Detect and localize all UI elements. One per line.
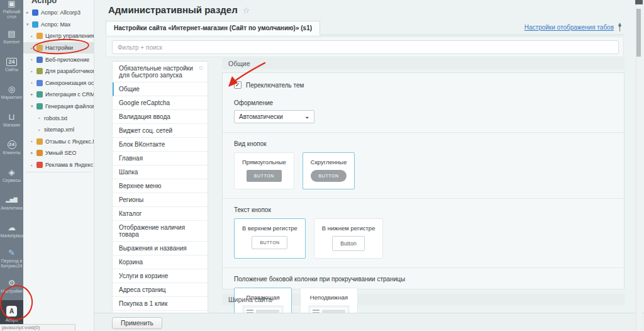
expand-icon[interactable]: ▸ [31,92,36,97]
tab-site-settings[interactable]: Настройки сайта «Интернет-магазин (Сайт … [106,21,320,35]
expand-icon[interactable]: ▸ [26,10,32,15]
expand-icon[interactable]: ▸ [31,150,36,155]
settings-menu: Обязательные настройки для быстрого запу… [112,61,208,325]
app-sidebar: ▣ Рабочий стол ▤ Контент 24 Сайты ◎ Марк… [0,0,23,331]
sidebar-item-shop[interactable]: ⊔ Магазин [0,106,23,134]
option-card-rounded[interactable]: Скругленные BUTTON [303,152,355,189]
tree-item-web-app[interactable]: ▪ Веб-приложение [23,53,94,65]
menu-item-cart[interactable]: Корзина [113,255,208,269]
sidebar-item-analytics[interactable]: ▂▅▇ Аналитика [0,189,23,217]
menu-item-label: Услуги в корзине [119,272,168,279]
sidebar-item-label: Рабочий стол [1,9,23,20]
menu-item-label: Регионы [119,196,143,203]
tree-item-robots-txt[interactable]: ▪ robots.txt [23,112,94,124]
sidebar-item-marketing[interactable]: ◎ Маркетинг [0,79,23,106]
option-card-uppercase[interactable]: В верхнем регистре BUTTON [234,218,306,259]
tree-item-allcorp3[interactable]: ▸ Аспро: Allcorp3 [23,7,94,19]
tree-item-label: Для разработчиков [45,68,94,74]
design-label: Оформление [234,99,613,106]
chevron-down-icon: ⌄ [304,111,309,123]
menu-item-vk-block[interactable]: Блок ВКонтакте [113,138,208,152]
option-label: Неподвижная [308,294,350,301]
sidebar-item-content[interactable]: ▤ Контент [0,23,23,51]
tree-divider [26,172,91,172]
menu-item-regions[interactable]: Регионы [113,193,208,207]
button-preview-uppercase: BUTTON [252,236,287,249]
menu-item-home[interactable]: Главная [113,152,208,166]
menu-item-label: Главная [119,155,143,162]
menu-item-label: Корзина [119,259,143,266]
collapse-icon[interactable]: ▾ [26,22,32,27]
option-card-lowercase[interactable]: В нижнем регистре Button [314,218,384,259]
bullet-icon: ▪ [31,81,36,85]
sidebar-item-label: Переход в Битрикс24 [1,259,23,269]
menu-item-label: Верхнее меню [119,182,162,189]
menu-item-stock-display[interactable]: Отображение наличия товара [113,221,208,242]
menu-item-page-urls[interactable]: Адреса страниц [113,283,208,297]
sidebar-item-label: Контент [4,40,20,45]
sidebar-item-marketplace[interactable]: ☁ Marketplace [0,217,23,245]
menu-item-one-click-buy[interactable]: Покупка в 1 клик [113,297,208,311]
menu-item-header[interactable]: Шапка [113,166,208,179]
menu-item-label: Отображение наличия товара [119,224,185,238]
sidebar-item-label: Маркетинг [1,95,22,100]
sidebar-item-sites[interactable]: 24 Сайты [0,51,23,79]
filter-panel [106,36,624,57]
star-icon[interactable]: ✩ [198,65,203,72]
menu-item-top-menu[interactable]: Верхнее меню [113,179,208,193]
footer-bar: Применить [94,313,644,331]
tree-item-file-generation[interactable]: ▾ Генерация файлов [23,101,94,113]
tree-panel-title: Аспро [31,0,57,5]
sidebar-item-settings[interactable]: ⚙ Настройки [0,272,23,300]
tree-item-sitemap-xml[interactable]: ▪ sitemap.xml [23,124,94,136]
button-preview-pill: BUTTON [311,170,346,182]
services-icon: ◈ [9,168,15,177]
apply-button[interactable]: Применить [112,317,162,329]
tree-item-aspro-max[interactable]: ▾ Аспро: Max [23,19,94,31]
option-label: Скругленные [311,159,347,166]
design-select[interactable]: Автоматически ⌄ [234,110,314,123]
menu-item-required-settings[interactable]: Обязательные настройки для быстрого запу… [113,62,208,82]
tree-item-label: Настройки [45,45,73,51]
pin-icon[interactable] [617,23,623,34]
option-card-rectangular[interactable]: Прямоугольные BUTTON [234,152,294,189]
filter-search-input[interactable] [112,40,619,54]
tree-item-stock-sync[interactable]: ▪ Синхронизация остатков [23,77,94,89]
menu-item-recaptcha[interactable]: Google reCaptcha [113,96,208,110]
tree-item-icon [36,33,43,39]
vertical-scrollbar-thumb[interactable] [636,9,641,57]
menu-item-expressions[interactable]: Выражения и названия [113,242,208,255]
sidebar-item-desktop[interactable]: ▣ Рабочий стол [0,0,23,23]
menu-item-catalog[interactable]: Каталог [113,207,208,221]
tree-item-crm-integration[interactable]: ▸ Интеграция с CRM [23,89,94,101]
theme-toggle-checkbox[interactable]: ✓ [234,81,242,89]
tree-item-label: Умный SEO [45,150,76,156]
tree-item-settings[interactable]: ▪ Настройки [23,42,94,54]
collapse-icon[interactable]: ▾ [31,104,36,109]
theme-toggle-row[interactable]: ✓ Переключатель тем [234,81,613,89]
tree-item-developers[interactable]: ▪ Для разработчиков [23,65,94,77]
tree-item-yandex-ads[interactable]: ▪ Реклама в Яндекс [23,159,94,171]
menu-item-input-validation[interactable]: Валидация ввода [113,110,208,124]
button-preview-rect: BUTTON [247,170,282,182]
tree-item-smart-seo[interactable]: ▸ Умный SEO [23,147,94,159]
sidebar-item-services[interactable]: ◈ Сервисы [0,162,23,189]
bullet-icon: ▪ [31,57,36,62]
sidebar-item-label: Магазин [3,123,20,128]
menu-item-general[interactable]: Общие [113,82,208,96]
sites-icon: 24 [6,58,16,66]
sidebar-item-label: Аспро [6,318,18,323]
menu-item-cart-services[interactable]: Услуги в корзине [113,269,208,283]
menu-item-social-widget[interactable]: Виджет соц. сетей [113,124,208,138]
scrollbar-top-cap [635,0,643,4]
favorite-star-icon[interactable]: ☆ [243,6,250,15]
sidebar-item-bitrix24[interactable]: ✎ Переход в Битрикс24 [0,245,23,272]
tree-item-yandex-market-reviews[interactable]: ▪ Отзывы с Яндекс.Маркет [23,136,94,148]
menu-item-label: Покупка в 1 клик [119,300,167,307]
tabs-display-settings-link[interactable]: Настройки отображения табов [525,24,614,31]
tree-item-control-center[interactable]: ▪ Центр управления [23,30,94,42]
bullet-icon: ▪ [31,69,36,74]
tree-item-icon [36,162,43,168]
sidebar-item-clients[interactable]: 24 Клиенты [0,134,23,162]
tree-item-icon [36,45,43,51]
